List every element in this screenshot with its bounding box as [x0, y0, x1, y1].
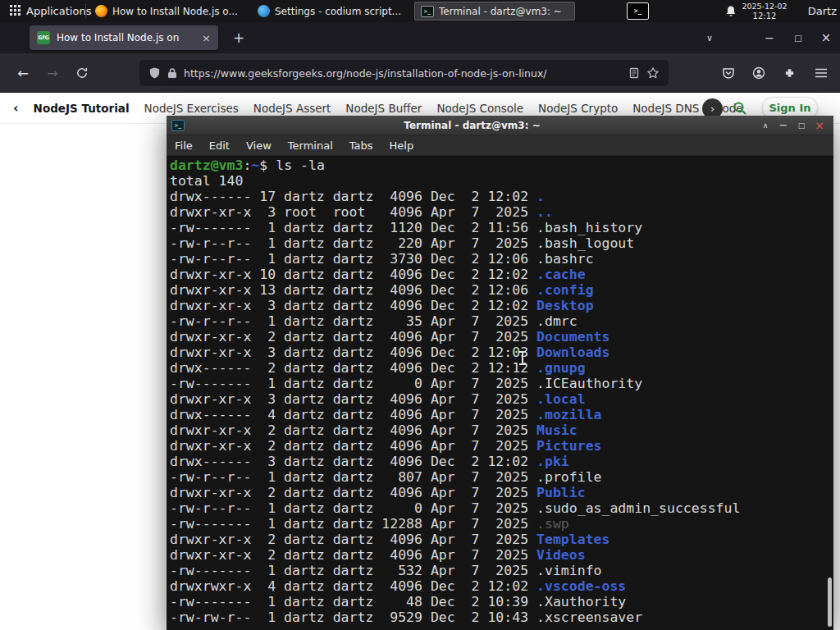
window-maximize-button[interactable]: □ — [785, 22, 811, 53]
nav-item-nodejs-dns[interactable]: NodeJS DNS — [632, 102, 699, 115]
clock-time: 12:12 — [740, 11, 789, 21]
file-name: .bash_logout — [536, 235, 634, 251]
menu-file[interactable]: File — [175, 139, 193, 152]
prompt-symbol: $ — [259, 158, 267, 173]
nav-item-nodejs-console[interactable]: NodeJS Console — [436, 102, 523, 115]
nav-item-nodejs-crypto[interactable]: NodeJS Crypto — [538, 102, 618, 115]
user-menu[interactable]: Dartz — [808, 0, 837, 22]
taskbar-item-browser[interactable]: How to Install Node.js o... — [89, 2, 250, 21]
nav-item-nodejs-assert[interactable]: NodeJS Assert — [253, 102, 331, 115]
new-tab-button[interactable]: + — [226, 22, 251, 53]
terminal-output-line: drwxr-xr-x 3 dartz dartz 4096 Dec 2 12:0… — [170, 298, 833, 313]
terminal-output-line: -rw------- 1 dartz dartz 12288 Apr 7 202… — [170, 516, 833, 532]
terminal-close-button[interactable]: × — [810, 119, 829, 132]
file-name: Videos — [536, 547, 586, 563]
notification-bell-icon[interactable] — [725, 5, 737, 21]
file-name: .Xauthority — [536, 594, 626, 609]
clock-date: 2025-12-02 — [740, 2, 789, 11]
terminal-output[interactable]: dartz@vm3:~$ls -la total 140 drwx------ … — [167, 156, 833, 630]
panel-separator — [85, 4, 86, 18]
forward-button[interactable]: → — [41, 62, 64, 84]
url-text[interactable]: https://www.geeksforgeeks.org/node-js/in… — [184, 67, 622, 80]
terminal-output-line: drwxr-xr-x 2 dartz dartz 4096 Apr 7 2025… — [170, 438, 833, 454]
refresh-button[interactable] — [71, 62, 94, 84]
back-button[interactable]: ← — [11, 62, 34, 84]
terminal-scrollbar-thumb[interactable] — [828, 578, 832, 627]
menu-hamburger-icon[interactable] — [810, 62, 833, 84]
terminal-window-title: Terminal - dartz@vm3: ~ — [188, 120, 756, 131]
file-name: .sudo_as_admin_successful — [536, 500, 740, 516]
terminal-output-line: drwxr-xr-x 2 dartz dartz 4096 Apr 7 2025… — [170, 547, 833, 563]
tracking-shield-icon[interactable] — [148, 66, 161, 80]
terminal-title-bar[interactable]: >_ Terminal - dartz@vm3: ~ ∧ − □ × — [167, 116, 833, 135]
menu-terminal[interactable]: Terminal — [288, 139, 333, 152]
terminal-output-line: drwxr-xr-x 2 dartz dartz 4096 Apr 7 2025… — [170, 422, 833, 438]
terminal-output-line: drwx------ 3 dartz dartz 4096 Dec 2 12:0… — [170, 454, 833, 469]
codium-icon — [258, 5, 270, 17]
top-panel: Applications How to Install Node.js o...… — [0, 0, 840, 22]
menu-tabs[interactable]: Tabs — [349, 139, 373, 152]
taskbar-item-codium[interactable]: Settings - codium script... — [252, 2, 413, 21]
terminal-window: >_ Terminal - dartz@vm3: ~ ∧ − □ × File … — [167, 116, 833, 630]
terminal-output-line: -rw-rw-r-- 1 dartz dartz 9529 Dec 2 10:4… — [170, 609, 833, 625]
file-name: .vscode-oss — [536, 578, 626, 594]
clock[interactable]: 2025-12-02 12:12 — [740, 2, 789, 21]
file-name: .ICEauthority — [536, 376, 642, 391]
file-name: Public — [536, 485, 586, 500]
command-text: ls -la — [276, 158, 325, 173]
file-name: Downloads — [536, 345, 609, 360]
terminal-output-line: -rw-r--r-- 1 dartz dartz 220 Apr 7 2025 … — [170, 235, 833, 251]
prompt-separator: : — [243, 158, 251, 173]
nav-scroll-left-icon[interactable]: ‹ — [13, 100, 19, 116]
file-name: Music — [536, 422, 578, 438]
tray-terminal-icon[interactable]: >_ — [627, 2, 649, 20]
file-name: .gnupg — [536, 360, 586, 376]
terminal-output-line: -rw-r--r-- 1 dartz dartz 3730 Dec 2 12:0… — [170, 251, 833, 267]
menu-view[interactable]: View — [246, 139, 272, 152]
terminal-minimize-button[interactable]: − — [774, 119, 792, 131]
desktop: Applications How to Install Node.js o...… — [0, 0, 840, 630]
nav-item-nodejs-tutorial[interactable]: NodeJS Tutorial — [34, 102, 130, 115]
taskbar-item-label: Terminal - dartz@vm3: ~ — [439, 6, 562, 17]
tab-title: How to Install Node.js on — [57, 32, 195, 43]
bookmark-star-icon[interactable] — [646, 66, 660, 80]
browser-tab[interactable]: GfG How to Install Node.js on × — [30, 25, 218, 50]
url-bar[interactable]: https://www.geeksforgeeks.org/node-js/in… — [139, 60, 669, 86]
terminal-output-line: -rw-r--r-- 1 dartz dartz 0 Apr 7 2025 .s… — [170, 500, 833, 516]
terminal-shade-button[interactable]: ∧ — [756, 121, 774, 130]
file-name: .cache — [536, 267, 586, 282]
prompt-path: ~ — [251, 158, 259, 173]
file-name: .profile — [536, 469, 601, 485]
terminal-output-line: drwxr-xr-x 2 dartz dartz 4096 Apr 7 2025… — [170, 329, 833, 345]
menu-help[interactable]: Help — [390, 139, 414, 152]
tab-close-icon[interactable]: × — [202, 32, 211, 44]
window-close-button[interactable]: × — [813, 22, 839, 53]
terminal-icon: >_ — [421, 6, 434, 17]
nav-item-nodejs-exercises[interactable]: NodeJS Exercises — [144, 102, 239, 115]
taskbar-item-terminal[interactable]: >_ Terminal - dartz@vm3: ~ — [414, 2, 575, 21]
terminal-listing: drwx------ 17 dartz dartz 4096 Dec 2 12:… — [170, 189, 833, 625]
file-name: Documents — [536, 329, 609, 345]
terminal-output-line: drwxr-xr-x 3 dartz dartz 4096 Apr 7 2025… — [170, 391, 833, 407]
pocket-icon[interactable] — [717, 62, 740, 84]
file-name: .pki — [536, 454, 569, 469]
terminal-prompt-line: dartz@vm3:~$ls -la — [170, 158, 833, 173]
file-name: .bash_history — [536, 220, 642, 235]
applications-grid-icon — [10, 5, 21, 18]
file-name: .mozilla — [536, 407, 601, 422]
file-name: Desktop — [536, 298, 594, 313]
file-name: .config — [536, 282, 594, 298]
nav-item-nodejs-buffer[interactable]: NodeJS Buffer — [345, 102, 422, 115]
terminal-output-line: drwxr-xr-x 2 dartz dartz 4096 Apr 7 2025… — [170, 532, 833, 547]
terminal-output-line: -rw------- 1 dartz dartz 0 Apr 7 2025 .I… — [170, 376, 833, 391]
window-minimize-button[interactable]: − — [756, 22, 783, 53]
terminal-maximize-button[interactable]: □ — [792, 121, 810, 130]
file-name: Pictures — [536, 438, 601, 454]
extensions-icon[interactable] — [778, 62, 801, 84]
account-icon[interactable] — [747, 62, 770, 84]
menu-edit[interactable]: Edit — [209, 139, 230, 152]
browser-tab-bar: GfG How to Install Node.js on × + ∨ − □ … — [0, 22, 840, 53]
list-all-tabs-chevron-icon[interactable]: ∨ — [697, 22, 722, 53]
taskbar-item-label: Settings - codium script... — [275, 6, 401, 17]
reader-mode-icon[interactable] — [628, 67, 640, 79]
